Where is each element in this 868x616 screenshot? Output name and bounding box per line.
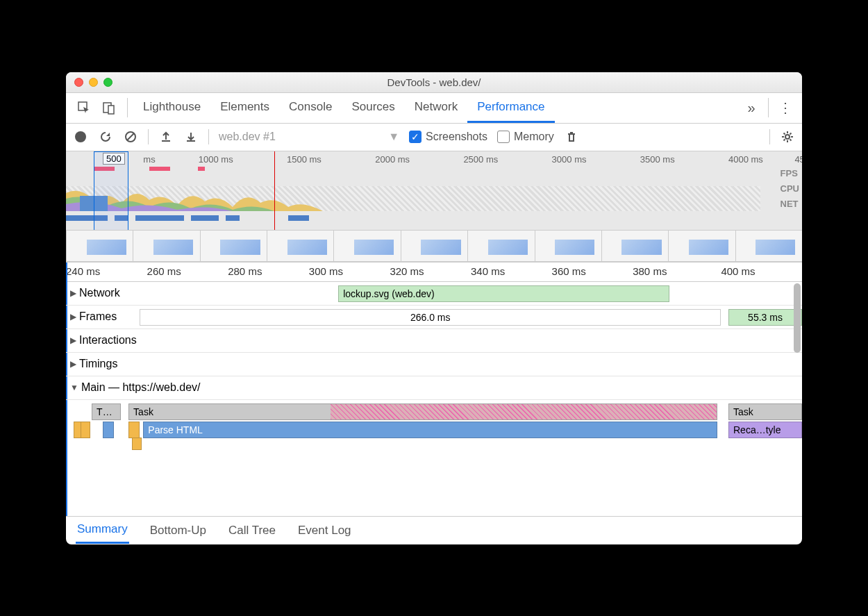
details-tab-bottom-up[interactable]: Bottom-Up [149,518,208,543]
tab-performance[interactable]: Performance [467,93,554,123]
frame-bar[interactable]: 55.3 ms [728,309,802,326]
overview-tick: 2000 ms [375,154,410,165]
titlebar: DevTools - web.dev/ [66,72,802,93]
devtools-window: DevTools - web.dev/ LighthouseElementsCo… [66,72,802,544]
filmstrip-thumbnail[interactable] [401,230,468,262]
overview-tick: 45 [794,154,802,165]
frame-bar[interactable]: 266.0 ms [140,309,721,326]
details-tab-call-tree[interactable]: Call Tree [227,518,277,543]
overview-pane[interactable]: 500ms1000 ms1500 ms2000 ms2500 ms3000 ms… [66,151,802,263]
performance-toolbar: web.dev #1 ▼ ✓ Screenshots Memory [66,124,802,151]
save-profile-icon[interactable] [183,129,199,144]
filmstrip-thumbnail[interactable] [535,230,602,262]
checkbox-unchecked-icon [497,131,510,143]
filmstrip-thumbnail[interactable] [66,230,133,262]
kebab-menu-icon[interactable]: ⋮ [774,99,796,116]
inspect-element-icon[interactable] [74,98,94,117]
flame-row [66,436,802,454]
expand-icon[interactable]: ▶ [70,359,76,369]
record-button[interactable] [73,129,88,144]
cpu-lane [66,186,760,211]
reload-record-button[interactable] [98,129,113,144]
overview-tick: 1000 ms [199,154,233,165]
tab-lighthouse[interactable]: Lighthouse [133,93,210,123]
window-title: DevTools - web.dev/ [66,76,802,88]
flame-row: T… Task Task [66,400,802,418]
garbage-collect-icon[interactable] [564,129,579,144]
ruler-tick: 360 ms [552,265,586,277]
tab-console[interactable]: Console [279,93,342,123]
filmstrip-thumbnail[interactable] [668,230,735,262]
tab-network[interactable]: Network [405,93,467,123]
load-profile-icon[interactable] [158,129,174,144]
interactions-track[interactable]: ▶Interactions [66,329,802,353]
checkbox-checked-icon: ✓ [409,131,422,143]
tab-sources[interactable]: Sources [342,93,404,123]
frames-track[interactable]: ▶Frames 266.0 ms 55.3 ms [66,306,802,329]
ruler-tick: 320 ms [390,265,424,277]
filmstrip-thumbnail[interactable] [601,230,669,262]
fps-lane-label: FPS [781,168,799,183]
recording-selector[interactable]: web.dev #1 ▼ [219,131,399,143]
device-toolbar-icon[interactable] [99,98,119,117]
details-tabs: SummaryBottom-UpCall TreeEvent Log [66,517,802,544]
network-request-bar[interactable]: lockup.svg (web.dev) [338,285,669,302]
flame-bar[interactable] [132,438,142,450]
filmstrip-thumbnail[interactable] [200,230,267,262]
expand-icon[interactable]: ▶ [70,312,76,322]
filmstrip-thumbnail[interactable] [333,230,401,262]
screenshots-checkbox[interactable]: ✓ Screenshots [409,131,487,143]
fps-lane [66,167,760,171]
more-tabs-button[interactable]: » [740,100,762,116]
chevron-down-icon: ▼ [388,131,399,143]
details-tab-summary[interactable]: Summary [76,517,129,544]
network-track[interactable]: ▶Network lockup.svg (web.dev) [66,282,802,306]
main-track-header[interactable]: ▼Main — https://web.dev/ [66,376,802,400]
overview-tick: 4000 ms [728,154,763,165]
memory-checkbox[interactable]: Memory [497,131,554,143]
settings-gear-icon[interactable] [780,129,795,144]
expand-icon[interactable]: ▶ [70,288,76,298]
filmstrip-thumbnail[interactable] [735,230,802,262]
details-tab-event-log[interactable]: Event Log [297,518,353,543]
overview-tick: 2500 ms [463,154,498,165]
screenshots-filmstrip[interactable] [66,230,802,262]
overview-tick: 1500 ms [287,154,322,165]
recording-name: web.dev #1 [219,131,276,143]
collapse-icon[interactable]: ▼ [70,383,78,392]
net-lane-label: NET [781,199,799,214]
overview-tick: ms [143,154,155,165]
ruler-tick: 260 ms [147,265,181,277]
filmstrip-thumbnail[interactable] [267,230,334,262]
ruler-tick: 340 ms [471,265,505,277]
ruler-tick: 280 ms [228,265,262,277]
svg-line-4 [127,133,134,140]
timeline-ruler: 240 ms260 ms280 ms300 ms320 ms340 ms360 … [66,263,802,282]
overview-tick: 3000 ms [552,154,587,165]
filmstrip-thumbnail[interactable] [467,230,535,262]
overview-tick: 3500 ms [640,154,675,165]
cpu-lane-label: CPU [781,183,799,199]
net-lane [66,215,760,221]
clear-button[interactable] [123,129,138,144]
flame-row: Parse HTML Reca…tyle [66,418,802,436]
ruler-tick: 240 ms [66,265,100,277]
expand-icon[interactable]: ▶ [70,335,76,345]
timings-track[interactable]: ▶Timings [66,353,802,376]
ruler-tick: 400 ms [721,265,755,277]
svg-rect-2 [108,106,114,114]
flame-chart[interactable]: 240 ms260 ms280 ms300 ms320 ms340 ms360 … [66,263,802,517]
filmstrip-thumbnail[interactable] [133,230,200,262]
svg-point-7 [785,135,790,139]
ruler-tick: 380 ms [633,265,667,277]
vertical-scrollbar[interactable] [794,283,801,353]
ruler-tick: 300 ms [309,265,343,277]
tab-elements[interactable]: Elements [210,93,279,123]
panel-tabs: LighthouseElementsConsoleSourcesNetworkP… [66,93,802,124]
